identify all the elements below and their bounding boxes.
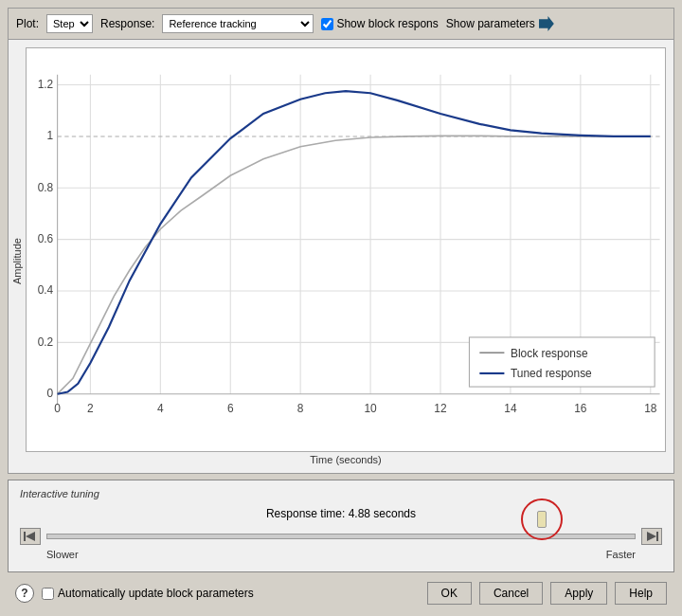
- show-block-checkbox-container[interactable]: Show block respons: [321, 17, 438, 30]
- slider-thumb[interactable]: [536, 516, 578, 557]
- arrow-right-icon: [539, 16, 554, 31]
- svg-text:14: 14: [504, 402, 517, 415]
- faster-btn[interactable]: [641, 528, 662, 545]
- svg-text:0: 0: [47, 387, 54, 400]
- slider-thumb-circle: [521, 498, 563, 540]
- chart-inner: 0 0.2 0.4 0.6 0.8 1 1.2 0 2 4 6 8 10: [26, 47, 666, 465]
- plot-area: Plot: Step Response: Reference tracking …: [8, 8, 674, 474]
- svg-text:18: 18: [644, 402, 657, 415]
- auto-update-container[interactable]: Automatically update block parameters: [42, 587, 420, 600]
- svg-text:0.8: 0.8: [38, 181, 54, 194]
- faster-label: Faster: [606, 549, 636, 560]
- svg-rect-41: [24, 532, 26, 541]
- ok-button[interactable]: OK: [427, 582, 472, 605]
- x-axis-label: Time (seconds): [26, 454, 666, 465]
- slower-label: Slower: [46, 549, 79, 560]
- svg-marker-42: [647, 532, 656, 541]
- svg-marker-40: [26, 532, 35, 541]
- svg-text:10: 10: [364, 402, 377, 415]
- plot-label: Plot:: [16, 17, 39, 30]
- svg-text:4: 4: [157, 402, 164, 415]
- chart-svg: 0 0.2 0.4 0.6 0.8 1 1.2 0 2 4 6 8 10: [26, 47, 666, 452]
- svg-text:8: 8: [297, 402, 304, 415]
- slower-btn[interactable]: [20, 528, 41, 545]
- chart-svg-container: 0 0.2 0.4 0.6 0.8 1 1.2 0 2 4 6 8 10: [26, 47, 666, 452]
- slider-row: [20, 528, 662, 545]
- auto-update-checkbox[interactable]: [42, 588, 54, 600]
- slider-track[interactable]: [46, 534, 636, 539]
- svg-text:Tuned response: Tuned response: [511, 367, 592, 380]
- svg-text:12: 12: [434, 402, 447, 415]
- response-label: Response:: [100, 17, 154, 30]
- cancel-button[interactable]: Cancel: [479, 582, 543, 605]
- slider-thumb-inner: [537, 511, 547, 528]
- chart-container: Amplitude: [9, 40, 673, 473]
- svg-text:0.2: 0.2: [38, 335, 54, 349]
- svg-text:2: 2: [87, 402, 94, 415]
- svg-rect-43: [656, 532, 658, 541]
- plot-select[interactable]: Step: [46, 14, 93, 33]
- svg-text:0: 0: [54, 402, 61, 415]
- svg-text:0.6: 0.6: [38, 232, 54, 245]
- svg-text:6: 6: [227, 402, 234, 415]
- toolbar: Plot: Step Response: Reference tracking …: [9, 9, 673, 40]
- interactive-tuning-title: Interactive tuning: [20, 488, 662, 499]
- main-window: Plot: Step Response: Reference tracking …: [0, 0, 682, 616]
- svg-text:1.2: 1.2: [38, 78, 54, 91]
- interactive-tuning-section: Interactive tuning Response time: 4.88 s…: [8, 480, 674, 572]
- show-params-label: Show parameters: [446, 17, 535, 30]
- svg-text:16: 16: [574, 402, 587, 415]
- apply-button[interactable]: Apply: [550, 582, 607, 605]
- svg-text:1: 1: [47, 129, 54, 142]
- svg-text:0.4: 0.4: [38, 283, 54, 297]
- show-params-btn[interactable]: Show parameters: [446, 16, 554, 31]
- help-icon[interactable]: ?: [15, 584, 34, 603]
- response-select[interactable]: Reference tracking: [162, 14, 314, 33]
- svg-text:Block response: Block response: [511, 347, 588, 360]
- auto-update-label: Automatically update block parameters: [58, 587, 254, 600]
- y-axis-label: Amplitude: [9, 57, 26, 465]
- bottom-bar: ? Automatically update block parameters …: [8, 578, 674, 608]
- help-button[interactable]: Help: [615, 582, 667, 605]
- show-block-label: Show block respons: [336, 17, 438, 30]
- show-block-checkbox[interactable]: [321, 18, 333, 30]
